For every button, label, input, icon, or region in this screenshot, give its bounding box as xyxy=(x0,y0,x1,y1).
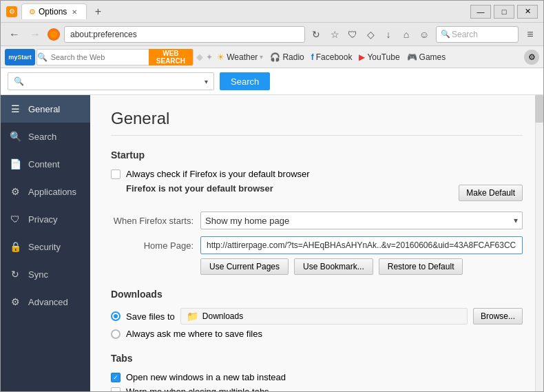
weather-link[interactable]: ☀ Weather ▾ xyxy=(214,51,266,63)
restore-to-default-button[interactable]: Restore to Default xyxy=(379,258,463,275)
tab-close-button[interactable]: ✕ xyxy=(70,7,79,17)
sidebar-item-search[interactable]: 🔍 Search xyxy=(1,123,90,150)
facebook-icon: f xyxy=(311,52,314,62)
download-icon[interactable]: ↓ xyxy=(381,27,396,42)
when-starts-row: When Firefox starts: Show my home page ▾ xyxy=(111,212,523,229)
sidebar-item-privacy-label: Privacy xyxy=(28,214,58,225)
shield-icon[interactable]: 🛡 xyxy=(345,27,360,42)
weather-label: Weather xyxy=(227,52,258,62)
search-bar[interactable]: 🔍 Search xyxy=(436,26,519,43)
options-icon: ⚙ xyxy=(6,6,17,17)
games-label: Games xyxy=(419,52,446,62)
mystart-logo[interactable]: myStart xyxy=(5,49,35,65)
titlebar-left: ⚙ ⚙ Options ✕ + xyxy=(6,3,105,19)
sidebar-item-search-label: Search xyxy=(28,132,56,142)
scrollbar-thumb[interactable] xyxy=(535,95,543,123)
address-bar[interactable] xyxy=(64,26,305,43)
pocket-icon[interactable]: ◇ xyxy=(363,27,378,42)
save-files-to-label: Save files to xyxy=(126,311,175,322)
web-search-button[interactable]: WEB SEARCH xyxy=(149,49,193,65)
content-icon: 📄 xyxy=(9,158,21,170)
games-link[interactable]: 🎮 Games xyxy=(404,51,449,63)
active-tab[interactable]: ⚙ Options ✕ xyxy=(21,3,87,19)
sidebar-item-privacy[interactable]: 🛡 Privacy xyxy=(1,205,90,233)
browse-button[interactable]: Browse... xyxy=(473,308,523,324)
make-default-button[interactable]: Make Default xyxy=(459,185,523,201)
default-browser-checkbox[interactable] xyxy=(111,169,121,179)
firefox-icon xyxy=(48,28,60,41)
search-web-box[interactable]: 🔍 WEB SEARCH xyxy=(36,49,193,65)
sidebar-item-security[interactable]: 🔒 Security xyxy=(1,233,90,260)
search-web-input[interactable] xyxy=(48,53,149,61)
when-starts-value: Show my home page xyxy=(205,216,514,226)
tab-label: Options xyxy=(39,7,67,17)
when-starts-select[interactable]: Show my home page ▾ xyxy=(200,212,523,229)
new-tab-button[interactable]: + xyxy=(91,5,105,19)
reload-button[interactable]: ↻ xyxy=(309,28,323,41)
search-row-input-wrapper[interactable]: 🔍 ▾ xyxy=(8,72,214,90)
search-row: 🔍 ▾ Search xyxy=(1,68,543,95)
warn-closing-row: Warn me when closing multiple tabs xyxy=(111,386,523,391)
startup-section-title: Startup xyxy=(111,149,523,161)
open-new-windows-checkbox[interactable]: ✓ xyxy=(111,373,121,382)
radio-link[interactable]: 🎧 Radio xyxy=(267,51,306,63)
use-current-pages-button[interactable]: Use Current Pages xyxy=(200,258,289,275)
security-icon: 🔒 xyxy=(9,240,21,253)
search-bar-text: Search xyxy=(452,30,478,39)
sidebar-item-sync[interactable]: ↻ Sync xyxy=(1,260,90,288)
nav-icons: ☆ 🛡 ◇ ↓ ⌂ ☺ xyxy=(327,27,432,42)
always-ask-row: Always ask me where to save files xyxy=(111,329,523,339)
sidebar-item-advanced-label: Advanced xyxy=(28,297,68,307)
search-row-icon: 🔍 xyxy=(14,76,24,86)
maximize-button[interactable]: □ xyxy=(494,5,514,19)
sidebar-item-content-label: Content xyxy=(28,159,60,169)
tab-icon: ⚙ xyxy=(29,8,36,17)
always-ask-radio[interactable] xyxy=(111,329,121,339)
user-icon[interactable]: ☺ xyxy=(417,27,432,42)
scrollbar-track[interactable] xyxy=(535,95,543,391)
sync-icon: ↻ xyxy=(9,268,21,280)
divider xyxy=(111,135,523,136)
facebook-link[interactable]: f Facebook xyxy=(308,51,355,63)
sidebar-item-applications[interactable]: ⚙ Applications xyxy=(1,178,90,205)
minimize-button[interactable]: — xyxy=(470,5,491,19)
youtube-link[interactable]: ▶ YouTube xyxy=(356,51,402,63)
folder-icon: 📁 xyxy=(187,311,198,322)
home-icon[interactable]: ⌂ xyxy=(399,27,414,42)
weather-icon: ☀ xyxy=(217,52,224,62)
bookmark-star-icon[interactable]: ☆ xyxy=(327,27,342,42)
youtube-icon: ▶ xyxy=(359,52,365,62)
save-files-to-radio[interactable] xyxy=(111,311,121,321)
radio-icon: 🎧 xyxy=(270,52,280,62)
toolbar-settings-icon[interactable]: ⚙ xyxy=(524,50,539,65)
sidebar-item-applications-label: Applications xyxy=(28,187,76,197)
close-button[interactable]: ✕ xyxy=(517,5,538,19)
always-ask-label: Always ask me where to save files xyxy=(126,329,262,339)
back-button[interactable]: ← xyxy=(6,27,23,42)
page-buttons-row: Use Current Pages Use Bookmark... Restor… xyxy=(200,258,523,275)
sidebar-item-security-label: Security xyxy=(28,242,61,252)
search-web-icon: 🔍 xyxy=(37,52,48,62)
forward-button[interactable]: → xyxy=(27,27,43,42)
window-controls: — □ ✕ xyxy=(470,5,538,19)
downloads-path-text: Downloads xyxy=(202,311,243,321)
youtube-label: YouTube xyxy=(367,52,399,62)
sidebar-item-general[interactable]: ☰ General xyxy=(1,95,90,123)
search-row-button[interactable]: Search xyxy=(220,72,270,90)
home-page-input[interactable] xyxy=(200,236,523,254)
separator-1: ◆ xyxy=(196,52,203,62)
warn-closing-label: Warn me when closing multiple tabs xyxy=(126,386,269,391)
warn-closing-checkbox[interactable] xyxy=(111,387,121,392)
content-area: General Startup Always check if Firefox … xyxy=(90,95,543,391)
navbar: ← → ↻ ☆ 🛡 ◇ ↓ ⌂ ☺ 🔍 Search ≡ xyxy=(1,23,543,46)
hamburger-menu-icon[interactable]: ≡ xyxy=(523,27,538,42)
sidebar-item-content[interactable]: 📄 Content xyxy=(1,150,90,178)
mystart-text: myStart xyxy=(8,54,32,61)
use-bookmark-button[interactable]: Use Bookmark... xyxy=(294,258,373,275)
radio-label: Radio xyxy=(282,52,304,62)
downloads-path-display: 📁 Downloads xyxy=(180,308,468,324)
not-default-text: Firefox is not your default browser xyxy=(126,183,273,194)
sidebar-item-advanced[interactable]: ⚙ Advanced xyxy=(1,288,90,316)
search-row-input[interactable] xyxy=(27,76,202,87)
tabs-section-title: Tabs xyxy=(111,353,523,364)
